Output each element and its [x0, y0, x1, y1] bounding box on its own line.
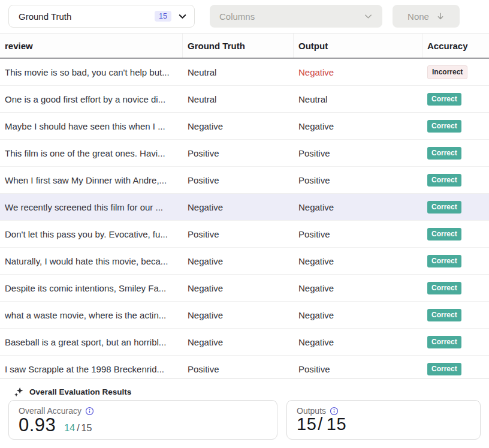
accuracy-cell: Correct	[422, 93, 489, 106]
outputs-value: 15/15	[297, 414, 346, 434]
table-row[interactable]: Don't let this pass you by. Evocative, f…	[0, 221, 489, 248]
ground-truth-cell: Neutral	[183, 94, 294, 104]
review-cell: This film is one of the great ones. Havi…	[0, 148, 183, 158]
accuracy-badge: Correct	[427, 282, 461, 294]
info-icon[interactable]	[85, 407, 94, 416]
overall-results-panel: Overall Evaluation Results Overall Accur…	[0, 378, 489, 448]
review-cell: Baseball is a great sport, but an horrib…	[0, 337, 183, 347]
filter-count-badge: 15	[155, 11, 171, 22]
output-cell-text: Negative	[294, 337, 422, 347]
review-cell: This movie is so bad, you can't help but…	[0, 67, 183, 77]
table-row[interactable]: This film is one of the great ones. Havi…	[0, 140, 489, 167]
output-cell-text: Negative	[294, 256, 422, 266]
ground-truth-cell: Negative	[183, 121, 294, 131]
accuracy-badge: Correct	[427, 201, 461, 214]
accuracy-badge: Correct	[427, 120, 461, 133]
ground-truth-cell: Negative	[183, 337, 294, 347]
ground-truth-cell: Positive	[183, 229, 294, 239]
sparkles-icon	[13, 386, 24, 397]
review-cell: One is a good first effort by a novice d…	[0, 94, 183, 104]
accuracy-cell: Correct	[422, 255, 489, 267]
overall-accuracy-card: Overall Accuracy 0.93 14/15	[8, 400, 277, 440]
accuracy-cell: Correct	[422, 363, 489, 375]
chevron-down-icon	[178, 12, 187, 21]
results-table: review Ground Truth Output Accuracy This…	[0, 34, 489, 383]
output-cell-text: Positive	[294, 229, 422, 239]
accuracy-cell: Correct	[422, 228, 489, 240]
accuracy-badge: Correct	[427, 363, 461, 375]
results-panel-title: Overall Evaluation Results	[29, 387, 131, 396]
review-cell: Naturally, I would hate this movie, beca…	[0, 256, 183, 266]
accuracy-badge: Correct	[427, 336, 461, 348]
accuracy-cell: Correct	[422, 147, 489, 160]
accuracy-badge: Correct	[427, 255, 461, 267]
output-cell-text: Negative	[294, 67, 422, 77]
accuracy-badge: Correct	[427, 147, 461, 160]
overall-accuracy-value: 0.93	[19, 414, 56, 436]
columns-select[interactable]: Columns	[210, 5, 382, 28]
output-cell-text: Negative	[294, 310, 422, 320]
accuracy-fraction: 14/15	[64, 423, 92, 434]
ground-truth-filter-select[interactable]: Ground Truth 15	[8, 5, 195, 28]
ground-truth-cell: Negative	[183, 256, 294, 266]
results-cards: Overall Accuracy 0.93 14/15 Outputs 15/1…	[8, 400, 481, 440]
toolbar: Ground Truth 15 Columns None	[0, 0, 489, 34]
accuracy-cell: Correct	[422, 309, 489, 321]
accuracy-badge: Correct	[427, 174, 461, 187]
accuracy-cell: Correct	[422, 201, 489, 214]
outputs-separator: /	[318, 414, 323, 434]
ground-truth-cell: Positive	[183, 175, 294, 185]
results-header: Overall Evaluation Results	[0, 379, 489, 397]
accuracy-badge: Correct	[427, 309, 461, 321]
output-cell-text: Neutral	[294, 94, 422, 104]
output-cell-text: Positive	[294, 148, 422, 158]
output-cell-text: Negative	[294, 283, 422, 293]
review-cell: I saw Scrapple at the 1998 Breckenrid...	[0, 364, 183, 374]
column-header-output[interactable]: Output	[294, 34, 422, 58]
table-row[interactable]: what a waste movie, where is the actin..…	[0, 302, 489, 329]
table-row[interactable]: One is a good first effort by a novice d…	[0, 86, 489, 113]
ground-truth-cell: Negative	[183, 310, 294, 320]
accuracy-cell: Correct	[422, 336, 489, 348]
table-row[interactable]: Baseball is a great sport, but an horrib…	[0, 329, 489, 356]
accuracy-fraction-denominator: 15	[82, 423, 92, 433]
accuracy-cell: Correct	[422, 120, 489, 133]
ground-truth-cell: Negative	[183, 283, 294, 293]
outputs-card: Outputs 15/15	[286, 400, 481, 440]
table-row[interactable]: We recently screened this film for our .…	[0, 194, 489, 221]
table-row[interactable]: Naturally, I would hate this movie, beca…	[0, 248, 489, 275]
chevron-down-icon	[364, 12, 373, 21]
table-row[interactable]: This movie is so bad, you can't help but…	[0, 59, 489, 86]
column-header-ground-truth[interactable]: Ground Truth	[183, 34, 294, 58]
outputs-numerator: 15	[297, 414, 316, 434]
fraction-separator: /	[77, 423, 79, 433]
column-header-accuracy[interactable]: Accuracy	[422, 34, 489, 58]
accuracy-cell: Correct	[422, 174, 489, 187]
review-cell: Don't let this pass you by. Evocative, f…	[0, 229, 183, 239]
table-header: review Ground Truth Output Accuracy	[0, 34, 489, 59]
ground-truth-cell: Neutral	[183, 67, 294, 77]
table-row[interactable]: When I first saw My Dinner with Andre,..…	[0, 167, 489, 194]
review-cell: Despite its comic intentions, Smiley Fa.…	[0, 283, 183, 293]
review-cell: We recently screened this film for our .…	[0, 202, 183, 212]
filter-select-label: Ground Truth	[19, 11, 155, 22]
output-cell-text: Negative	[294, 202, 422, 212]
table-row[interactable]: Maybe I should have seen this when I ...…	[0, 113, 489, 140]
column-header-review[interactable]: review	[0, 34, 183, 58]
ground-truth-cell: Positive	[183, 364, 294, 374]
sort-button-label: None	[408, 11, 429, 22]
accuracy-badge: Incorrect	[427, 65, 467, 79]
accuracy-fraction-numerator: 14	[64, 423, 75, 433]
output-cell-text: Positive	[294, 364, 422, 374]
accuracy-badge: Correct	[427, 228, 461, 240]
ground-truth-cell: Positive	[183, 148, 294, 158]
columns-select-placeholder: Columns	[219, 11, 255, 22]
outputs-denominator: 15	[327, 414, 346, 434]
output-cell-text: Negative	[294, 121, 422, 131]
accuracy-cell: Incorrect	[422, 65, 489, 79]
ground-truth-cell: Negative	[183, 202, 294, 212]
sort-button[interactable]: None	[393, 5, 460, 28]
table-body: This movie is so bad, you can't help but…	[0, 59, 489, 383]
arrow-down-icon	[436, 12, 445, 20]
table-row[interactable]: Despite its comic intentions, Smiley Fa.…	[0, 275, 489, 302]
